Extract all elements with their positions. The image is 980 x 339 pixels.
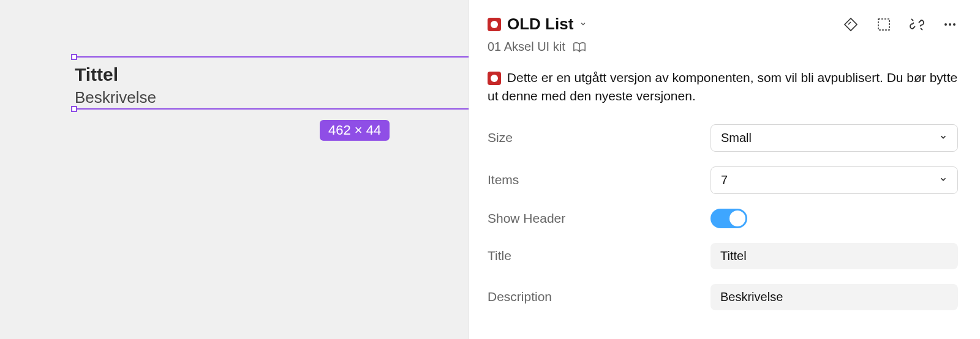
inspector-header: OLD List	[488, 15, 958, 34]
description-input[interactable]: Beskrivelse	[710, 284, 958, 310]
header-actions	[843, 17, 958, 32]
svg-point-5	[953, 23, 956, 26]
component-name: OLD List	[507, 15, 573, 34]
svg-point-4	[949, 23, 951, 26]
prop-row-description: Description Beskrivelse	[488, 284, 958, 310]
inspector-pane: OLD List 01 Aksel UI kit D	[469, 0, 980, 339]
rotating-light-icon	[488, 72, 501, 85]
selection-bottom-edge	[75, 108, 469, 110]
svg-line-1	[911, 19, 913, 21]
library-link[interactable]: 01 Aksel UI kit	[488, 40, 958, 54]
prop-row-items: Items 7	[488, 166, 958, 194]
resize-handle-bottom[interactable]	[71, 106, 77, 112]
prop-label-items: Items	[488, 173, 710, 187]
svg-point-3	[944, 23, 947, 26]
component-config-icon[interactable]	[876, 17, 892, 32]
chevron-down-icon	[939, 175, 948, 185]
warning-text: Dette er en utgått versjon av komponente…	[488, 70, 957, 103]
prop-row-title: Title Tittel	[488, 243, 958, 269]
component-title-button[interactable]: OLD List	[488, 15, 587, 34]
chevron-down-icon	[579, 20, 587, 29]
go-to-main-component-icon[interactable]	[843, 17, 859, 32]
library-name: 01 Aksel UI kit	[488, 40, 565, 54]
selection-top-edge	[75, 56, 469, 58]
detach-instance-icon[interactable]	[909, 17, 925, 32]
prop-row-size: Size Small	[488, 124, 958, 152]
component-preview-title: Tittel	[75, 58, 469, 86]
canvas-pane[interactable]: Tittel Beskrivelse 462 × 44	[0, 0, 469, 339]
svg-line-2	[921, 28, 922, 30]
dimension-badge: 462 × 44	[320, 120, 390, 141]
more-options-icon[interactable]	[942, 17, 958, 32]
prop-label-size: Size	[488, 130, 710, 145]
prop-label-show-header: Show Header	[488, 211, 710, 226]
chevron-down-icon	[939, 133, 948, 143]
size-dropdown-value: Small	[721, 131, 752, 145]
component-warning: Dette er en utgått versjon av komponente…	[488, 69, 958, 106]
component-preview-description: Beskrivelse	[75, 86, 469, 108]
book-icon	[573, 40, 586, 54]
show-header-toggle[interactable]	[710, 209, 747, 228]
resize-handle-top[interactable]	[71, 54, 77, 60]
selection-box[interactable]: Tittel Beskrivelse 462 × 44	[75, 56, 469, 110]
rotating-light-icon	[488, 18, 501, 31]
prop-label-description: Description	[488, 289, 710, 304]
items-dropdown[interactable]: 7	[710, 166, 958, 194]
size-dropdown[interactable]: Small	[710, 124, 958, 152]
prop-label-title: Title	[488, 248, 710, 263]
prop-row-show-header: Show Header	[488, 209, 958, 228]
svg-rect-0	[878, 19, 889, 30]
toggle-knob	[729, 210, 745, 226]
items-dropdown-value: 7	[721, 173, 728, 187]
title-input[interactable]: Tittel	[710, 243, 958, 269]
